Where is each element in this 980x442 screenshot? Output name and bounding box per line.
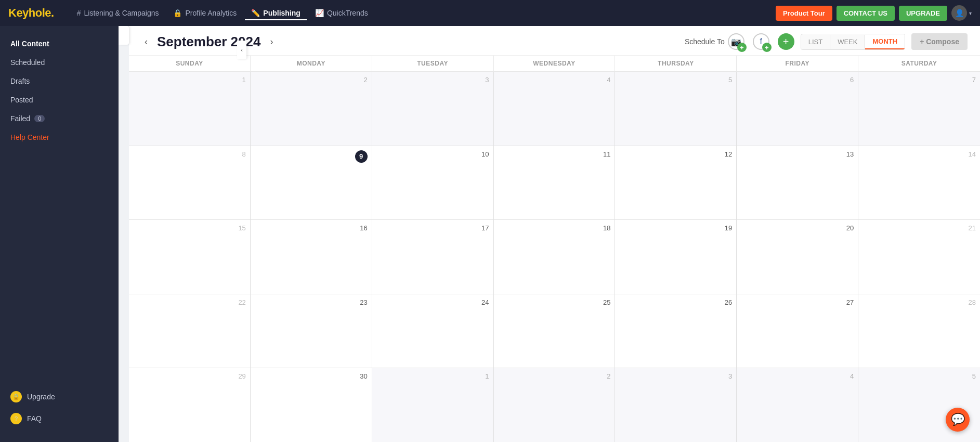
cal-day-sep15[interactable]: 15 (129, 220, 251, 294)
tab-list[interactable]: LIST (801, 35, 830, 49)
sidebar-item-failed[interactable]: Failed 0 (0, 109, 119, 128)
sidebar-help-center[interactable]: Help Center (0, 128, 119, 147)
chevron-left-icon: ‹ (237, 41, 246, 59)
header-sunday: SUNDAY (129, 56, 251, 72)
sidebar-item-drafts[interactable]: Drafts (0, 72, 119, 90)
failed-badge: 0 (34, 115, 45, 122)
cal-day-sep14[interactable]: 14 (858, 146, 980, 220)
cal-day-sep12[interactable]: 12 (615, 146, 737, 220)
chat-support-button[interactable]: 💬 (946, 408, 970, 432)
sidebar-item-faq[interactable]: ? FAQ (0, 408, 119, 430)
cal-day-sep21[interactable]: 21 (858, 220, 980, 294)
header-wednesday: WEDNESDAY (494, 56, 616, 72)
cal-day-sep29[interactable]: 29 (129, 368, 251, 442)
cal-day-sep8[interactable]: 8 (129, 146, 251, 220)
nav-listening[interactable]: # Listening & Campaigns (71, 6, 165, 20)
sidebar: All Content Scheduled Drafts Posted Fail… (0, 26, 119, 442)
cal-day-sep20[interactable]: 20 (737, 220, 858, 294)
cal-day-sep6[interactable]: 6 (737, 72, 858, 146)
pencil-icon: ✏️ (251, 9, 260, 17)
calendar-week-5: 29 30 1 2 3 4 5 (129, 368, 980, 442)
instagram-add-button[interactable]: + (737, 43, 747, 52)
calendar-day-headers: SUNDAY MONDAY TUESDAY WEDNESDAY THURSDAY… (129, 56, 980, 72)
cal-day-sep1[interactable]: 1 (129, 72, 251, 146)
faq-icon: ? (10, 413, 22, 424)
cal-day-sep2[interactable]: 2 (251, 72, 372, 146)
calendar-weeks: 1 2 3 4 5 6 7 8 9 10 11 12 13 14 (129, 72, 980, 442)
schedule-to-label: Schedule To 📷 + f + + (685, 33, 794, 50)
header-thursday: THURSDAY (615, 56, 737, 72)
cal-day-sep9[interactable]: 9 (251, 146, 372, 220)
compose-button[interactable]: + Compose (911, 33, 968, 50)
nav-profile-analytics[interactable]: 🔒 Profile Analytics (167, 6, 243, 20)
cal-day-sep24[interactable]: 24 (372, 294, 494, 368)
cal-day-sep23[interactable]: 23 (251, 294, 372, 368)
cal-day-oct4[interactable]: 4 (737, 368, 858, 442)
chat-icon: 💬 (951, 413, 965, 426)
cal-day-sep11[interactable]: 11 (494, 146, 616, 220)
calendar-week-4: 22 23 24 25 26 27 28 (129, 294, 980, 369)
nav-publishing[interactable]: ✏️ Publishing (245, 6, 307, 20)
chevron-down-icon: ▾ (969, 10, 972, 16)
cal-day-sep16[interactable]: 16 (251, 220, 372, 294)
cal-day-sep22[interactable]: 22 (129, 294, 251, 368)
cal-day-sep10[interactable]: 10 (372, 146, 494, 220)
facebook-add: f + (753, 33, 769, 50)
cal-day-sep19[interactable]: 19 (615, 220, 737, 294)
cal-day-oct2[interactable]: 2 (494, 368, 616, 442)
sidebar-collapse-button[interactable]: ‹ (119, 26, 129, 45)
chart-icon: 📈 (315, 9, 324, 17)
cal-day-sep7[interactable]: 7 (858, 72, 980, 146)
nav-links: # Listening & Campaigns 🔒 Profile Analyt… (71, 6, 772, 20)
sidebar-item-upgrade[interactable]: 🔒 Upgrade (0, 386, 119, 408)
cal-day-oct3[interactable]: 3 (615, 368, 737, 442)
next-month-button[interactable]: › (267, 35, 276, 48)
header-friday: FRIDAY (737, 56, 858, 72)
cal-day-oct1[interactable]: 1 (372, 368, 494, 442)
cal-day-sep30[interactable]: 30 (251, 368, 372, 442)
cal-day-sep13[interactable]: 13 (737, 146, 858, 220)
sidebar-bottom: 🔒 Upgrade ? FAQ (0, 382, 119, 434)
header-tuesday: TUESDAY (372, 56, 494, 72)
nav-quicktrends[interactable]: 📈 QuickTrends (309, 6, 374, 20)
calendar-week-3: 15 16 17 18 19 20 21 (129, 220, 980, 294)
tab-month[interactable]: MONTH (865, 34, 905, 49)
user-menu[interactable]: 👤 ▾ (951, 5, 972, 21)
header-saturday: SATURDAY (858, 56, 980, 72)
nav-right: Product Tour CONTACT US UPGRADE 👤 ▾ (776, 5, 972, 21)
calendar-header: ‹ September 2024 › Schedule To 📷 + f + + (129, 26, 980, 56)
calendar-grid: SUNDAY MONDAY TUESDAY WEDNESDAY THURSDAY… (129, 56, 980, 442)
content-area: ‹ September 2024 › Schedule To 📷 + f + + (129, 26, 980, 442)
cal-day-sep5[interactable]: 5 (615, 72, 737, 146)
calendar-controls-right: Schedule To 📷 + f + + LIST WEEK MONTH (685, 33, 968, 50)
cal-day-sep3[interactable]: 3 (372, 72, 494, 146)
cal-day-sep26[interactable]: 26 (615, 294, 737, 368)
lock-icon: 🔒 (173, 9, 182, 17)
upgrade-button[interactable]: UPGRADE (899, 6, 947, 21)
cal-day-oct5[interactable]: 5 (858, 368, 980, 442)
cal-day-sep25[interactable]: 25 (494, 294, 616, 368)
contact-us-button[interactable]: CONTACT US (837, 6, 895, 21)
cal-day-sep4[interactable]: 4 (494, 72, 616, 146)
header-monday: MONDAY (251, 56, 372, 72)
calendar-navigation: ‹ September 2024 › (141, 34, 276, 50)
view-tabs: LIST WEEK MONTH (801, 34, 905, 50)
instagram-add: 📷 + (728, 33, 744, 50)
tab-week[interactable]: WEEK (830, 35, 865, 49)
cal-day-sep17[interactable]: 17 (372, 220, 494, 294)
top-navigation: Keyhole. # Listening & Campaigns 🔒 Profi… (0, 0, 980, 26)
add-social-button[interactable]: + (778, 33, 794, 50)
sidebar-item-scheduled[interactable]: Scheduled (0, 53, 119, 72)
hashtag-icon: # (77, 9, 81, 17)
sidebar-item-posted[interactable]: Posted (0, 90, 119, 109)
calendar-week-2: 8 9 10 11 12 13 14 (129, 146, 980, 220)
facebook-add-button[interactable]: + (762, 43, 772, 52)
sidebar-item-all-content[interactable]: All Content (0, 34, 119, 53)
product-tour-button[interactable]: Product Tour (776, 6, 832, 21)
cal-day-sep18[interactable]: 18 (494, 220, 616, 294)
cal-day-sep28[interactable]: 28 (858, 294, 980, 368)
main-layout: All Content Scheduled Drafts Posted Fail… (0, 26, 980, 442)
prev-month-button[interactable]: ‹ (141, 35, 151, 48)
logo[interactable]: Keyhole. (8, 6, 54, 20)
cal-day-sep27[interactable]: 27 (737, 294, 858, 368)
